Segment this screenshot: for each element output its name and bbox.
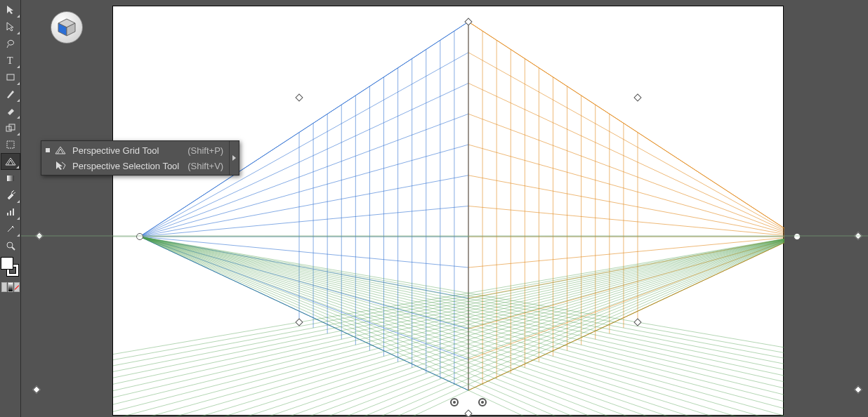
svg-marker-1 (7, 22, 13, 31)
color-mode-none[interactable] (14, 282, 20, 292)
tool-gradient[interactable] (1, 170, 20, 187)
svg-line-94 (113, 237, 784, 416)
svg-line-60 (468, 237, 784, 329)
tool-zoom[interactable] (1, 237, 20, 254)
horizon-extent-left-handle[interactable] (35, 232, 43, 239)
svg-line-84 (113, 237, 784, 416)
tool-free-transform[interactable] (1, 136, 20, 153)
svg-line-72 (113, 237, 784, 416)
svg-line-24 (140, 176, 468, 237)
perspective-grid-icon (54, 144, 67, 157)
ground-extent-right-handle[interactable] (854, 385, 862, 393)
tool-rectangle[interactable] (1, 69, 20, 86)
artboard[interactable] (112, 6, 784, 416)
svg-line-116 (113, 237, 784, 416)
svg-line-104 (113, 237, 784, 416)
svg-rect-6 (7, 141, 14, 148)
flyout-item-perspective-selection[interactable]: Perspective Selection Tool (Shift+V) (41, 158, 239, 173)
svg-rect-9 (10, 211, 11, 216)
svg-line-108 (113, 237, 784, 416)
svg-line-106 (113, 237, 784, 416)
svg-line-92 (113, 237, 784, 416)
svg-line-88 (113, 237, 784, 416)
perspective-grid-svg (113, 6, 784, 416)
tool-selection[interactable] (1, 1, 20, 18)
svg-line-44 (468, 84, 784, 237)
tool-slice[interactable] (1, 220, 20, 237)
flyout-tearoff-handle[interactable] (229, 141, 239, 175)
svg-line-102 (113, 237, 784, 416)
grid-origin-right-handle[interactable] (478, 398, 487, 406)
svg-line-112 (113, 237, 784, 416)
svg-text:T: T (7, 55, 13, 65)
ground-extent-left-handle[interactable] (32, 385, 40, 393)
svg-marker-125 (56, 161, 63, 170)
svg-line-12 (12, 247, 15, 250)
perspective-cube-icon (56, 17, 77, 38)
svg-line-90 (113, 237, 784, 416)
color-mode-row (1, 282, 20, 293)
color-mode-color[interactable] (1, 282, 7, 292)
svg-line-76 (113, 237, 784, 416)
svg-line-50 (468, 176, 784, 237)
svg-marker-0 (7, 6, 13, 14)
svg-rect-3 (7, 74, 14, 80)
svg-line-48 (468, 145, 784, 237)
fill-stroke-swatch[interactable] (1, 257, 20, 279)
flyout-label: Perspective Selection Tool (72, 161, 179, 171)
svg-line-42 (468, 53, 784, 237)
active-indicator-icon (46, 148, 50, 152)
svg-line-40 (468, 22, 784, 237)
svg-line-70 (113, 237, 784, 416)
perspective-selection-icon (54, 159, 67, 172)
tool-type[interactable]: T (1, 52, 20, 69)
document-stage: Perspective Grid Tool (Shift+P) Perspect… (21, 0, 868, 417)
svg-line-114 (113, 237, 784, 416)
svg-line-68 (468, 22, 784, 237)
flyout-label: Perspective Grid Tool (72, 145, 159, 156)
svg-line-80 (113, 237, 784, 416)
vanishing-point-left[interactable] (136, 233, 143, 240)
svg-line-66 (140, 22, 468, 237)
perspective-plane-widget[interactable] (51, 11, 83, 44)
perspective-tool-flyout: Perspective Grid Tool (Shift+P) Perspect… (41, 140, 239, 176)
tool-column-graph[interactable] (1, 204, 20, 220)
svg-line-52 (468, 206, 784, 237)
fill-swatch[interactable] (1, 257, 13, 270)
tool-lasso[interactable] (1, 35, 20, 52)
tool-perspective-grid[interactable] (1, 153, 20, 170)
svg-line-110 (113, 237, 784, 416)
svg-line-82 (113, 237, 784, 416)
svg-line-100 (113, 237, 784, 416)
tools-panel: T (0, 0, 21, 417)
vanishing-point-right[interactable] (794, 233, 801, 240)
tool-direct-selection[interactable] (1, 18, 20, 35)
svg-line-98 (113, 237, 784, 416)
svg-line-74 (113, 237, 784, 416)
color-mode-gradient[interactable] (8, 282, 13, 292)
tool-symbol-sprayer[interactable] (1, 187, 20, 204)
svg-line-46 (468, 114, 784, 237)
svg-line-86 (113, 237, 784, 416)
flyout-item-perspective-grid[interactable]: Perspective Grid Tool (Shift+P) (41, 143, 239, 158)
svg-point-11 (7, 242, 13, 248)
horizon-extent-right-handle[interactable] (854, 232, 862, 239)
flyout-shortcut: (Shift+P) (188, 145, 223, 156)
flyout-shortcut: (Shift+V) (188, 161, 223, 171)
svg-rect-10 (13, 208, 14, 216)
tool-eraser[interactable] (1, 102, 20, 119)
svg-rect-8 (7, 213, 8, 216)
svg-rect-7 (7, 176, 14, 181)
tool-pencil[interactable] (1, 86, 20, 102)
svg-line-26 (140, 206, 468, 237)
tool-scale[interactable] (1, 119, 20, 136)
svg-rect-5 (9, 124, 15, 130)
grid-origin-left-handle[interactable] (450, 398, 459, 406)
svg-line-96 (113, 237, 784, 416)
svg-line-78 (113, 237, 784, 416)
svg-line-118 (113, 237, 784, 416)
